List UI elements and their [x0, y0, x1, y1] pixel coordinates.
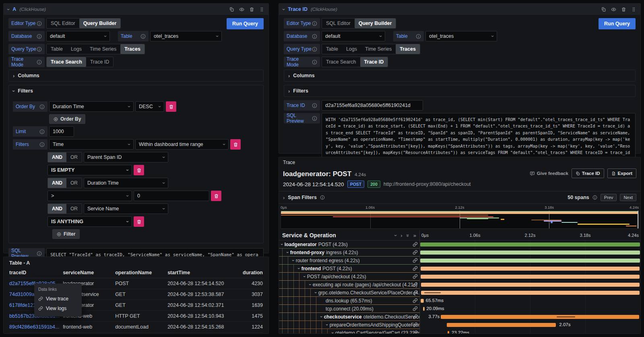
toggle-visibility-icon[interactable]	[611, 7, 616, 12]
run-query-button[interactable]: Run Query	[227, 18, 264, 29]
collapse-chevron-icon[interactable]: ›	[281, 8, 287, 10]
span-link-icon[interactable]	[413, 314, 418, 319]
columns-section-header[interactable]: ›Columns	[9, 70, 263, 81]
filter-field-select[interactable]: Time›	[49, 139, 134, 150]
info-icon[interactable]	[312, 47, 317, 52]
info-icon[interactable]	[39, 104, 45, 109]
query-panel-a-header[interactable]: › A (ClickHouse)	[4, 4, 268, 15]
query-type-logs[interactable]: Logs	[342, 44, 361, 54]
trace-id-link[interactable]: 2ce7ecfc01941806c...	[9, 333, 63, 334]
run-query-button[interactable]: Run Query	[599, 18, 636, 29]
trace-search-option[interactable]: Trace Search	[322, 57, 360, 67]
query-panel-traceid-header[interactable]: › Trace ID (ClickHouse)	[279, 4, 640, 15]
duplicate-query-icon[interactable]	[229, 7, 234, 12]
info-icon[interactable]	[312, 103, 317, 108]
span-bar[interactable]	[420, 251, 640, 255]
order-by-field-select[interactable]: Duration Time›	[49, 101, 134, 112]
info-icon[interactable]	[37, 34, 42, 39]
span-row[interactable]: › oteldemo.CartService/GetCart (23.22ms)…	[279, 329, 640, 333]
info-icon[interactable]	[39, 129, 45, 134]
add-order-by-button[interactable]: Order By	[49, 114, 85, 124]
sql-editor-option[interactable]: SQL Editor	[47, 18, 79, 28]
prev-button[interactable]: Prev	[601, 194, 617, 201]
remove-filter-button[interactable]	[211, 191, 221, 201]
span-row[interactable]: › executing api route (pages) /api/check…	[279, 281, 640, 289]
query-type-logs[interactable]: Logs	[67, 44, 86, 54]
add-filter-button[interactable]: Filter	[52, 229, 80, 239]
and-option[interactable]: AND	[48, 152, 66, 162]
trace-minimap[interactable]	[281, 210, 639, 229]
filter-operator-select[interactable]: Within dashboard time range›	[135, 139, 229, 150]
column-header-duration[interactable]: duration	[231, 267, 263, 278]
span-link-icon[interactable]	[413, 330, 418, 333]
expand-one-icon[interactable]: ›	[400, 233, 402, 238]
span-filters-label[interactable]: Span Filters	[288, 195, 317, 200]
and-option[interactable]: AND	[48, 204, 66, 214]
span-row[interactable]: tcp.connect (20.09ms) 20.09ms	[279, 305, 640, 313]
info-icon[interactable]	[416, 34, 421, 39]
span-link-icon[interactable]	[413, 322, 418, 327]
column-header-starttime[interactable]: startTime	[167, 267, 231, 278]
info-icon[interactable]	[37, 60, 42, 65]
filters-section-header[interactable]: ›Filters	[9, 85, 263, 97]
remove-filter-button[interactable]	[230, 139, 241, 150]
trace-id-option[interactable]: Trace ID	[86, 57, 113, 67]
query-type-traces[interactable]: Traces	[396, 44, 420, 54]
filter-operator-select[interactable]: IS EMPTY›	[47, 165, 132, 175]
remove-filter-button[interactable]	[134, 165, 144, 175]
column-header-operationname[interactable]: operationName	[115, 267, 167, 278]
database-select[interactable]: default›	[322, 31, 385, 41]
span-row[interactable]: › frontend-proxy ingress (4.22s)	[279, 249, 640, 257]
table-select[interactable]: otel_traces›	[425, 31, 497, 41]
span-row[interactable]: › loadgenerator POST (4.23s)	[279, 240, 640, 249]
query-type-table[interactable]: Table	[322, 44, 342, 54]
filter-field-select[interactable]: Service Name›	[84, 203, 168, 214]
trace-id-input[interactable]	[322, 100, 423, 111]
order-by-direction-select[interactable]: DESC›	[135, 101, 164, 112]
trace-id-option[interactable]: Trace ID	[360, 57, 388, 67]
query-builder-option[interactable]: Query Builder	[79, 18, 121, 28]
give-feedback-button[interactable]: Give feedback	[530, 171, 568, 176]
toggle-visibility-icon[interactable]	[239, 7, 244, 12]
info-icon[interactable]	[592, 195, 597, 200]
duplicate-query-icon[interactable]	[601, 7, 606, 12]
collapse-chevron-icon[interactable]: ›	[6, 8, 11, 10]
info-icon[interactable]	[312, 21, 317, 26]
drag-handle-icon[interactable]	[259, 7, 264, 12]
span-filters-chevron-icon[interactable]: ›	[283, 195, 285, 200]
and-option[interactable]: AND	[48, 178, 66, 188]
span-bar[interactable]	[421, 275, 640, 279]
span-row[interactable]: › prepareOrderItemsAndShippingQuoteFromC…	[279, 321, 640, 329]
span-bar[interactable]	[421, 267, 640, 271]
drag-handle-icon[interactable]	[631, 7, 636, 12]
filter-field-select[interactable]: Duration Time›	[84, 178, 168, 188]
export-button[interactable]: Export	[607, 168, 636, 178]
span-row[interactable]: › frontend POST (4.22s)	[279, 265, 640, 273]
filter-field-select[interactable]: Parent Span ID›	[84, 152, 168, 162]
query-type-timeseries[interactable]: Time Series	[86, 44, 120, 54]
next-button[interactable]: Next	[620, 194, 636, 201]
query-type-timeseries[interactable]: Time Series	[361, 44, 396, 54]
span-link-icon[interactable]	[413, 266, 418, 271]
span-row[interactable]: › grpc.oteldemo.CheckoutService/PlaceOrd…	[279, 289, 640, 297]
span-bar[interactable]	[421, 291, 640, 295]
span-bar[interactable]	[448, 331, 449, 333]
trace-id-button[interactable]: Trace ID	[572, 168, 604, 178]
or-option[interactable]: OR	[66, 152, 82, 162]
span-row[interactable]: dns.lookup (65.57ms) 65.57ms	[279, 297, 640, 305]
or-option[interactable]: OR	[66, 204, 82, 214]
span-link-icon[interactable]	[413, 298, 418, 303]
query-type-table[interactable]: Table	[47, 44, 67, 54]
collapse-one-icon[interactable]: ›	[393, 234, 398, 236]
span-link-icon[interactable]	[413, 250, 418, 255]
span-row[interactable]: › router frontend egress (4.22s)	[279, 257, 640, 265]
limit-input[interactable]	[49, 126, 74, 137]
query-type-traces[interactable]: Traces	[120, 44, 144, 54]
info-icon[interactable]	[37, 47, 42, 52]
info-icon[interactable]	[312, 60, 317, 65]
sql-editor-option[interactable]: SQL Editor	[322, 18, 355, 28]
view-logs-link[interactable]: View logs	[38, 304, 78, 313]
delete-query-icon[interactable]	[249, 7, 254, 12]
info-icon[interactable]	[312, 116, 317, 121]
span-link-icon[interactable]	[413, 306, 418, 311]
